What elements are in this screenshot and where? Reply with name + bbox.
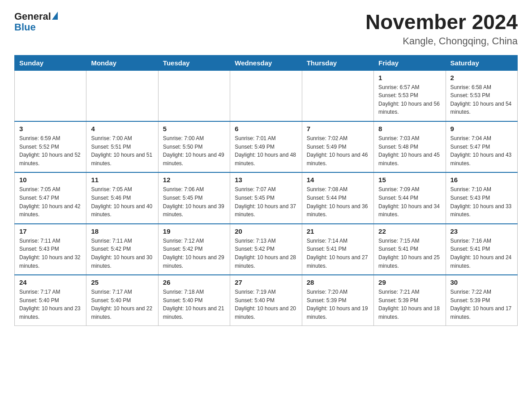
day-number: 7 <box>307 125 369 133</box>
calendar-cell: 23Sunrise: 7:16 AM Sunset: 5:41 PM Dayli… <box>446 224 517 275</box>
day-info: Sunrise: 6:58 AM Sunset: 5:53 PM Dayligh… <box>450 83 513 116</box>
day-number: 9 <box>450 125 513 133</box>
calendar-cell: 25Sunrise: 7:17 AM Sunset: 5:40 PM Dayli… <box>86 275 158 326</box>
day-number: 17 <box>19 227 82 235</box>
calendar-cell: 7Sunrise: 7:02 AM Sunset: 5:49 PM Daylig… <box>302 121 373 172</box>
calendar-cell: 1Sunrise: 6:57 AM Sunset: 5:53 PM Daylig… <box>374 70 446 121</box>
calendar-day-header: Monday <box>86 55 158 70</box>
day-number: 10 <box>19 176 82 184</box>
calendar-cell: 22Sunrise: 7:15 AM Sunset: 5:41 PM Dayli… <box>374 224 446 275</box>
day-info: Sunrise: 7:00 AM Sunset: 5:50 PM Dayligh… <box>163 134 225 167</box>
day-number: 1 <box>378 74 441 81</box>
calendar-cell: 27Sunrise: 7:19 AM Sunset: 5:40 PM Dayli… <box>230 275 302 326</box>
day-number: 5 <box>163 125 225 133</box>
day-info: Sunrise: 7:09 AM Sunset: 5:44 PM Dayligh… <box>378 185 441 218</box>
calendar-cell <box>302 70 373 121</box>
calendar-cell: 15Sunrise: 7:09 AM Sunset: 5:44 PM Dayli… <box>374 172 446 223</box>
day-number: 19 <box>163 227 225 235</box>
calendar-cell: 20Sunrise: 7:13 AM Sunset: 5:42 PM Dayli… <box>230 224 302 275</box>
calendar-day-header: Friday <box>374 55 446 70</box>
calendar-cell: 13Sunrise: 7:07 AM Sunset: 5:45 PM Dayli… <box>230 172 302 223</box>
calendar-day-header: Thursday <box>302 55 373 70</box>
calendar-cell: 24Sunrise: 7:17 AM Sunset: 5:40 PM Dayli… <box>15 275 86 326</box>
calendar-cell: 16Sunrise: 7:10 AM Sunset: 5:43 PM Dayli… <box>446 172 517 223</box>
day-number: 4 <box>91 125 153 133</box>
calendar-cell: 5Sunrise: 7:00 AM Sunset: 5:50 PM Daylig… <box>158 121 230 172</box>
day-info: Sunrise: 7:18 AM Sunset: 5:40 PM Dayligh… <box>163 288 225 321</box>
calendar-cell: 8Sunrise: 7:03 AM Sunset: 5:48 PM Daylig… <box>374 121 446 172</box>
day-number: 18 <box>91 227 153 235</box>
day-number: 2 <box>450 74 513 81</box>
day-info: Sunrise: 7:01 AM Sunset: 5:49 PM Dayligh… <box>235 134 297 167</box>
calendar-cell: 18Sunrise: 7:11 AM Sunset: 5:42 PM Dayli… <box>86 224 158 275</box>
page-header: General Blue November 2024 Kangle, Chong… <box>14 11 518 47</box>
day-number: 6 <box>235 125 297 133</box>
day-info: Sunrise: 7:05 AM Sunset: 5:47 PM Dayligh… <box>19 185 82 218</box>
calendar-cell: 19Sunrise: 7:12 AM Sunset: 5:42 PM Dayli… <box>158 224 230 275</box>
day-info: Sunrise: 7:08 AM Sunset: 5:44 PM Dayligh… <box>307 185 369 218</box>
calendar-week-row: 10Sunrise: 7:05 AM Sunset: 5:47 PM Dayli… <box>15 172 518 223</box>
calendar-title: November 2024 <box>365 11 518 34</box>
day-info: Sunrise: 7:20 AM Sunset: 5:39 PM Dayligh… <box>307 288 369 321</box>
day-info: Sunrise: 7:10 AM Sunset: 5:43 PM Dayligh… <box>450 185 513 218</box>
day-info: Sunrise: 7:13 AM Sunset: 5:42 PM Dayligh… <box>235 237 297 270</box>
day-info: Sunrise: 7:16 AM Sunset: 5:41 PM Dayligh… <box>450 237 513 270</box>
calendar-cell: 6Sunrise: 7:01 AM Sunset: 5:49 PM Daylig… <box>230 121 302 172</box>
day-info: Sunrise: 7:04 AM Sunset: 5:47 PM Dayligh… <box>450 134 513 167</box>
day-number: 3 <box>19 125 82 133</box>
calendar-cell: 3Sunrise: 6:59 AM Sunset: 5:52 PM Daylig… <box>15 121 86 172</box>
calendar-cell: 30Sunrise: 7:22 AM Sunset: 5:39 PM Dayli… <box>446 275 517 326</box>
day-number: 28 <box>307 278 369 286</box>
day-number: 22 <box>378 227 441 235</box>
calendar-day-header: Tuesday <box>158 55 230 70</box>
day-number: 8 <box>378 125 441 133</box>
day-info: Sunrise: 7:21 AM Sunset: 5:39 PM Dayligh… <box>378 288 441 321</box>
day-number: 23 <box>450 227 513 235</box>
day-info: Sunrise: 6:59 AM Sunset: 5:52 PM Dayligh… <box>19 134 82 167</box>
calendar-day-header: Saturday <box>446 55 517 70</box>
day-info: Sunrise: 7:17 AM Sunset: 5:40 PM Dayligh… <box>19 288 82 321</box>
day-info: Sunrise: 7:12 AM Sunset: 5:42 PM Dayligh… <box>163 237 225 270</box>
day-number: 21 <box>307 227 369 235</box>
day-number: 30 <box>450 278 513 286</box>
calendar-cell <box>158 70 230 121</box>
day-number: 29 <box>378 278 441 286</box>
calendar-week-row: 1Sunrise: 6:57 AM Sunset: 5:53 PM Daylig… <box>15 70 518 121</box>
day-number: 16 <box>450 176 513 184</box>
title-area: November 2024 Kangle, Chongqing, China <box>365 11 518 47</box>
day-number: 25 <box>91 278 153 286</box>
day-number: 13 <box>235 176 297 184</box>
day-number: 26 <box>163 278 225 286</box>
logo-top: General <box>14 11 58 22</box>
calendar-cell <box>86 70 158 121</box>
day-info: Sunrise: 6:57 AM Sunset: 5:53 PM Dayligh… <box>378 83 441 116</box>
day-number: 15 <box>378 176 441 184</box>
day-number: 27 <box>235 278 297 286</box>
calendar-table: SundayMondayTuesdayWednesdayThursdayFrid… <box>14 55 518 326</box>
day-info: Sunrise: 7:15 AM Sunset: 5:41 PM Dayligh… <box>378 237 441 270</box>
calendar-cell: 26Sunrise: 7:18 AM Sunset: 5:40 PM Dayli… <box>158 275 230 326</box>
calendar-cell: 14Sunrise: 7:08 AM Sunset: 5:44 PM Dayli… <box>302 172 373 223</box>
calendar-cell: 10Sunrise: 7:05 AM Sunset: 5:47 PM Dayli… <box>15 172 86 223</box>
calendar-cell: 21Sunrise: 7:14 AM Sunset: 5:41 PM Dayli… <box>302 224 373 275</box>
calendar-header-row: SundayMondayTuesdayWednesdayThursdayFrid… <box>15 55 518 70</box>
calendar-day-header: Sunday <box>15 55 86 70</box>
calendar-cell: 12Sunrise: 7:06 AM Sunset: 5:45 PM Dayli… <box>158 172 230 223</box>
calendar-cell: 4Sunrise: 7:00 AM Sunset: 5:51 PM Daylig… <box>86 121 158 172</box>
calendar-cell: 29Sunrise: 7:21 AM Sunset: 5:39 PM Dayli… <box>374 275 446 326</box>
day-number: 20 <box>235 227 297 235</box>
calendar-subtitle: Kangle, Chongqing, China <box>365 35 518 47</box>
logo-general-text: General <box>14 11 51 22</box>
day-number: 14 <box>307 176 369 184</box>
logo: General Blue <box>14 11 58 33</box>
day-number: 12 <box>163 176 225 184</box>
day-info: Sunrise: 7:14 AM Sunset: 5:41 PM Dayligh… <box>307 237 369 270</box>
day-number: 24 <box>19 278 82 286</box>
calendar-cell: 28Sunrise: 7:20 AM Sunset: 5:39 PM Dayli… <box>302 275 373 326</box>
logo-triangle-icon <box>52 12 58 20</box>
day-info: Sunrise: 7:06 AM Sunset: 5:45 PM Dayligh… <box>163 185 225 218</box>
day-info: Sunrise: 7:22 AM Sunset: 5:39 PM Dayligh… <box>450 288 513 321</box>
day-number: 11 <box>91 176 153 184</box>
day-info: Sunrise: 7:02 AM Sunset: 5:49 PM Dayligh… <box>307 134 369 167</box>
calendar-week-row: 17Sunrise: 7:11 AM Sunset: 5:43 PM Dayli… <box>15 224 518 275</box>
